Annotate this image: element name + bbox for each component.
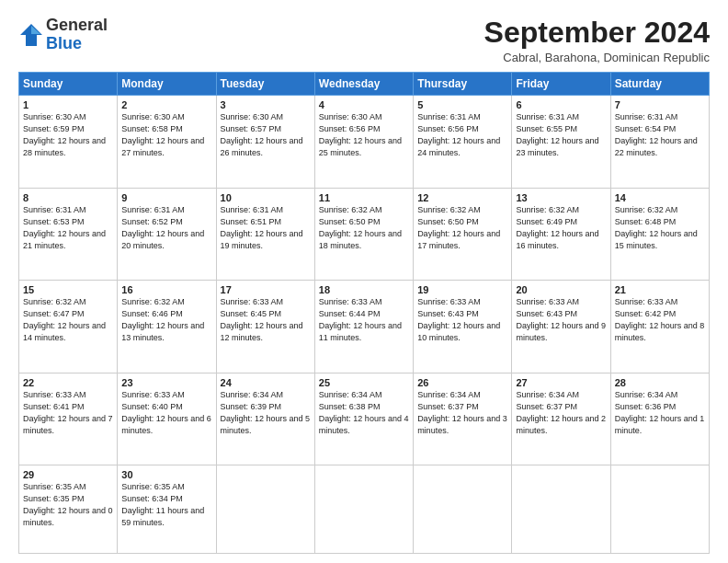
calendar-week-row: 22 Sunrise: 6:33 AMSunset: 6:41 PMDaylig… [19, 373, 710, 465]
calendar-cell: 9 Sunrise: 6:31 AMSunset: 6:52 PMDayligh… [118, 188, 216, 281]
day-info: Sunrise: 6:34 AMSunset: 6:39 PMDaylight:… [221, 390, 311, 435]
calendar-week-row: 1 Sunrise: 6:30 AMSunset: 6:59 PMDayligh… [19, 96, 710, 189]
calendar-cell: 25 Sunrise: 6:34 AMSunset: 6:38 PMDaylig… [314, 373, 413, 465]
day-number: 7 [615, 99, 705, 110]
logo-general: General [46, 17, 108, 35]
calendar-cell: 20 Sunrise: 6:33 AMSunset: 6:43 PMDaylig… [512, 281, 610, 373]
day-info: Sunrise: 6:33 AMSunset: 6:43 PMDaylight:… [516, 297, 606, 342]
day-info: Sunrise: 6:34 AMSunset: 6:37 PMDaylight:… [516, 390, 606, 435]
day-info: Sunrise: 6:30 AMSunset: 6:57 PMDaylight:… [221, 112, 303, 157]
header: General Blue September 2024 Cabral, Bara… [18, 17, 710, 64]
day-number: 30 [121, 469, 211, 480]
day-info: Sunrise: 6:32 AMSunset: 6:48 PMDaylight:… [615, 205, 698, 250]
day-info: Sunrise: 6:31 AMSunset: 6:54 PMDaylight:… [615, 112, 698, 157]
day-number: 20 [516, 284, 606, 295]
day-info: Sunrise: 6:32 AMSunset: 6:49 PMDaylight:… [516, 205, 598, 250]
calendar-week-row: 15 Sunrise: 6:32 AMSunset: 6:47 PMDaylig… [19, 281, 710, 373]
day-number: 9 [121, 192, 211, 203]
calendar-cell: 3 Sunrise: 6:30 AMSunset: 6:57 PMDayligh… [216, 96, 314, 189]
day-info: Sunrise: 6:33 AMSunset: 6:40 PMDaylight:… [121, 390, 211, 435]
day-info: Sunrise: 6:31 AMSunset: 6:53 PMDaylight:… [23, 205, 106, 250]
calendar-cell: 18 Sunrise: 6:33 AMSunset: 6:44 PMDaylig… [314, 281, 413, 373]
day-info: Sunrise: 6:35 AMSunset: 6:34 PMDaylight:… [121, 482, 204, 527]
day-info: Sunrise: 6:33 AMSunset: 6:45 PMDaylight:… [221, 297, 303, 342]
day-info: Sunrise: 6:31 AMSunset: 6:56 PMDaylight:… [417, 112, 500, 157]
day-number: 17 [221, 284, 311, 295]
logo: General Blue [18, 17, 108, 53]
calendar-cell: 11 Sunrise: 6:32 AMSunset: 6:50 PMDaylig… [314, 188, 413, 281]
day-info: Sunrise: 6:33 AMSunset: 6:43 PMDaylight:… [417, 297, 500, 342]
calendar-cell: 23 Sunrise: 6:33 AMSunset: 6:40 PMDaylig… [118, 373, 216, 465]
location: Cabral, Barahona, Dominican Republic [484, 51, 710, 64]
day-info: Sunrise: 6:34 AMSunset: 6:36 PMDaylight:… [615, 390, 705, 435]
calendar-cell: 16 Sunrise: 6:32 AMSunset: 6:46 PMDaylig… [118, 281, 216, 373]
calendar-cell: 27 Sunrise: 6:34 AMSunset: 6:37 PMDaylig… [512, 373, 610, 465]
calendar-header-row: SundayMondayTuesdayWednesdayThursdayFrid… [19, 73, 710, 96]
calendar-cell: 10 Sunrise: 6:31 AMSunset: 6:51 PMDaylig… [216, 188, 314, 281]
day-number: 23 [121, 377, 211, 388]
day-number: 18 [319, 284, 409, 295]
day-header-friday: Friday [512, 73, 610, 96]
page: General Blue September 2024 Cabral, Bara… [0, 0, 728, 563]
calendar-cell [414, 465, 512, 554]
day-info: Sunrise: 6:30 AMSunset: 6:56 PMDaylight:… [319, 112, 402, 157]
day-number: 4 [319, 99, 409, 110]
calendar-cell: 15 Sunrise: 6:32 AMSunset: 6:47 PMDaylig… [19, 281, 118, 373]
day-number: 8 [23, 192, 113, 203]
calendar-cell: 5 Sunrise: 6:31 AMSunset: 6:56 PMDayligh… [414, 96, 512, 189]
month-title: September 2024 [484, 17, 710, 49]
day-number: 24 [221, 377, 311, 388]
calendar-cell [314, 465, 413, 554]
day-number: 21 [615, 284, 705, 295]
calendar-cell: 24 Sunrise: 6:34 AMSunset: 6:39 PMDaylig… [216, 373, 314, 465]
calendar-cell [610, 465, 709, 554]
calendar-cell: 21 Sunrise: 6:33 AMSunset: 6:42 PMDaylig… [610, 281, 709, 373]
day-header-thursday: Thursday [414, 73, 512, 96]
day-info: Sunrise: 6:31 AMSunset: 6:51 PMDaylight:… [221, 205, 303, 250]
day-number: 29 [23, 469, 113, 480]
calendar-cell: 4 Sunrise: 6:30 AMSunset: 6:56 PMDayligh… [314, 96, 413, 189]
day-info: Sunrise: 6:31 AMSunset: 6:55 PMDaylight:… [516, 112, 598, 157]
day-number: 26 [417, 377, 507, 388]
day-number: 22 [23, 377, 113, 388]
day-number: 3 [221, 99, 311, 110]
day-info: Sunrise: 6:34 AMSunset: 6:37 PMDaylight:… [417, 390, 507, 435]
calendar-cell [216, 465, 314, 554]
calendar-cell: 22 Sunrise: 6:33 AMSunset: 6:41 PMDaylig… [19, 373, 118, 465]
calendar-week-row: 8 Sunrise: 6:31 AMSunset: 6:53 PMDayligh… [19, 188, 710, 281]
svg-marker-1 [31, 26, 40, 34]
day-number: 27 [516, 377, 606, 388]
day-number: 12 [417, 192, 507, 203]
calendar-cell: 6 Sunrise: 6:31 AMSunset: 6:55 PMDayligh… [512, 96, 610, 189]
day-info: Sunrise: 6:34 AMSunset: 6:38 PMDaylight:… [319, 390, 409, 435]
calendar-cell: 14 Sunrise: 6:32 AMSunset: 6:48 PMDaylig… [610, 188, 709, 281]
calendar-cell: 12 Sunrise: 6:32 AMSunset: 6:50 PMDaylig… [414, 188, 512, 281]
day-info: Sunrise: 6:30 AMSunset: 6:59 PMDaylight:… [23, 112, 106, 157]
day-info: Sunrise: 6:32 AMSunset: 6:46 PMDaylight:… [121, 297, 204, 342]
day-number: 25 [319, 377, 409, 388]
calendar-cell: 17 Sunrise: 6:33 AMSunset: 6:45 PMDaylig… [216, 281, 314, 373]
day-info: Sunrise: 6:31 AMSunset: 6:52 PMDaylight:… [121, 205, 204, 250]
day-number: 10 [221, 192, 311, 203]
day-number: 15 [23, 284, 113, 295]
logo-icon [18, 22, 44, 48]
calendar-cell: 7 Sunrise: 6:31 AMSunset: 6:54 PMDayligh… [610, 96, 709, 189]
calendar-cell: 30 Sunrise: 6:35 AMSunset: 6:34 PMDaylig… [118, 465, 216, 554]
calendar-cell: 2 Sunrise: 6:30 AMSunset: 6:58 PMDayligh… [118, 96, 216, 189]
day-number: 2 [121, 99, 211, 110]
day-number: 16 [121, 284, 211, 295]
day-header-sunday: Sunday [19, 73, 118, 96]
calendar-cell: 13 Sunrise: 6:32 AMSunset: 6:49 PMDaylig… [512, 188, 610, 281]
day-header-saturday: Saturday [610, 73, 709, 96]
calendar-cell: 19 Sunrise: 6:33 AMSunset: 6:43 PMDaylig… [414, 281, 512, 373]
calendar-cell: 29 Sunrise: 6:35 AMSunset: 6:35 PMDaylig… [19, 465, 118, 554]
calendar-cell: 26 Sunrise: 6:34 AMSunset: 6:37 PMDaylig… [414, 373, 512, 465]
day-info: Sunrise: 6:32 AMSunset: 6:47 PMDaylight:… [23, 297, 106, 342]
day-info: Sunrise: 6:33 AMSunset: 6:44 PMDaylight:… [319, 297, 402, 342]
calendar-cell: 8 Sunrise: 6:31 AMSunset: 6:53 PMDayligh… [19, 188, 118, 281]
day-number: 28 [615, 377, 705, 388]
calendar-cell: 28 Sunrise: 6:34 AMSunset: 6:36 PMDaylig… [610, 373, 709, 465]
calendar-cell [512, 465, 610, 554]
day-info: Sunrise: 6:32 AMSunset: 6:50 PMDaylight:… [319, 205, 402, 250]
day-number: 11 [319, 192, 409, 203]
